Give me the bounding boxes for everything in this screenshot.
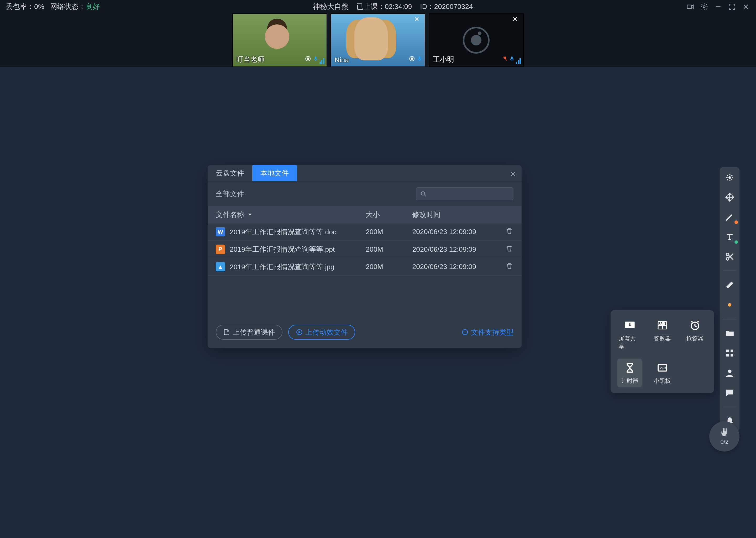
svg-point-6 xyxy=(307,58,309,60)
file-size: 200M xyxy=(366,245,412,253)
signal-icon xyxy=(516,58,521,64)
col-mtime[interactable]: 修改时间 xyxy=(412,210,513,219)
upload-normal-button[interactable]: 上传普通课件 xyxy=(216,325,283,340)
table-row[interactable]: P2019年工作汇报情况查询等等.ppt200M2020/06/23 12:09… xyxy=(208,241,522,258)
buzzer-button[interactable]: 抢答器 xyxy=(683,316,707,353)
svg-rect-0 xyxy=(687,5,692,8)
color-tool[interactable] xyxy=(724,299,735,310)
timer-button[interactable]: 计时器 xyxy=(617,358,642,388)
col-filename[interactable]: 文件名称 xyxy=(216,210,366,219)
quiz-button[interactable]: AB 答题器 xyxy=(650,316,674,353)
svg-rect-10 xyxy=(419,56,420,59)
play-circle-icon xyxy=(296,329,303,336)
tile-close-icon[interactable]: × xyxy=(414,15,422,23)
file-name: 2019年工作汇报情况查询等等.jpg xyxy=(230,262,334,272)
svg-point-28 xyxy=(728,369,731,373)
tab-cloud-files[interactable]: 云盘文件 xyxy=(208,165,252,181)
svg-point-14 xyxy=(421,192,425,195)
svg-rect-7 xyxy=(315,56,316,59)
gear-icon[interactable] xyxy=(700,3,708,11)
file-mtime: 2020/06/23 12:09:09 xyxy=(412,245,502,253)
svg-rect-13 xyxy=(511,56,513,59)
file-name: 2019年工作汇报情况查询等等.doc xyxy=(230,227,336,237)
tools-popover: 屏幕共享 AB 答题器 抢答器 计时器 2+3 小黑板 xyxy=(611,310,714,393)
tab-local-files[interactable]: 本地文件 xyxy=(252,165,297,181)
packet-loss: 丢包率：0% xyxy=(6,2,44,11)
svg-point-20 xyxy=(729,177,731,178)
participant-name: 叮当老师 xyxy=(236,55,264,64)
folder-tool[interactable] xyxy=(724,328,735,339)
video-strip: 叮当老师 × Nina × 王小明 xyxy=(0,13,756,67)
right-toolbar xyxy=(720,167,739,432)
file-mtime: 2020/06/23 12:09:09 xyxy=(412,263,502,271)
video-tile[interactable]: × Nina xyxy=(330,13,425,67)
file-name: 2019年工作汇报情况查询等等.ppt xyxy=(230,244,335,254)
table-row[interactable]: W2019年工作汇报情况查询等等.doc200M2020/06/23 12:09… xyxy=(208,224,522,241)
search-icon xyxy=(420,190,427,197)
sort-icon xyxy=(248,212,252,217)
file-type-icon: P xyxy=(216,244,225,254)
svg-rect-24 xyxy=(726,350,729,352)
move-tool[interactable] xyxy=(724,191,735,203)
video-tile[interactable]: × 王小明 xyxy=(429,13,524,67)
file-type-icon: W xyxy=(216,227,225,237)
participant-name: 王小明 xyxy=(433,55,454,64)
supported-types-link[interactable]: 文件支持类型 xyxy=(461,328,513,337)
apps-tool[interactable] xyxy=(724,347,735,359)
chat-tool[interactable] xyxy=(724,387,735,399)
delete-icon[interactable] xyxy=(502,244,513,254)
elapsed-time: 已上课：02:34:09 xyxy=(356,2,412,11)
people-tool[interactable] xyxy=(724,367,735,379)
info-icon xyxy=(461,329,469,336)
col-size[interactable]: 大小 xyxy=(366,210,412,219)
mic-muted-icon xyxy=(502,55,508,64)
text-tool[interactable] xyxy=(724,231,735,242)
file-type-icon: ▲ xyxy=(216,262,225,271)
table-header: 文件名称 大小 修改时间 xyxy=(208,206,522,223)
svg-point-23 xyxy=(728,303,731,306)
svg-rect-25 xyxy=(731,350,733,352)
file-dialog: 云盘文件 本地文件 × 全部文件 文件名称 大小 修改时间 W2019年工作汇报… xyxy=(208,165,522,348)
raise-hand-button[interactable]: 0/2 xyxy=(709,421,739,452)
mic-icon xyxy=(313,55,318,64)
pen-tool[interactable] xyxy=(724,211,735,223)
class-title: 神秘大自然 xyxy=(313,2,348,11)
scissors-tool[interactable] xyxy=(724,251,735,262)
signal-icon xyxy=(319,58,324,64)
mini-board-button[interactable]: 2+3 小黑板 xyxy=(650,358,674,388)
mic-icon xyxy=(417,55,422,64)
camera-icon xyxy=(408,55,415,64)
svg-rect-27 xyxy=(731,354,733,357)
file-size: 200M xyxy=(366,228,412,236)
top-status-bar: 丢包率：0% 网络状态：良好 神秘大自然 已上课：02:34:09 ID：202… xyxy=(0,0,756,13)
svg-rect-26 xyxy=(726,354,729,357)
delete-icon[interactable] xyxy=(502,227,513,237)
hand-icon xyxy=(719,427,730,438)
hand-count: 0/2 xyxy=(721,438,729,445)
table-row[interactable]: ▲2019年工作汇报情况查询等等.jpg200M2020/06/23 12:09… xyxy=(208,258,522,276)
upload-animated-button[interactable]: 上传动效文件 xyxy=(288,325,355,340)
minimize-icon[interactable] xyxy=(714,3,722,11)
svg-text:A: A xyxy=(660,322,661,325)
svg-line-15 xyxy=(424,195,426,196)
screen-share-button[interactable]: 屏幕共享 xyxy=(617,316,642,353)
search-input[interactable] xyxy=(416,187,513,200)
close-icon[interactable] xyxy=(742,3,750,11)
svg-point-1 xyxy=(703,6,705,8)
file-icon xyxy=(223,329,230,336)
svg-text:B: B xyxy=(663,322,665,325)
svg-point-9 xyxy=(411,58,413,60)
delete-icon[interactable] xyxy=(502,262,513,272)
camera-switch-icon[interactable] xyxy=(686,3,694,11)
participant-name: Nina xyxy=(335,56,349,64)
svg-point-21 xyxy=(726,253,729,256)
mic-icon xyxy=(509,55,515,64)
file-size: 200M xyxy=(366,263,412,271)
laser-pointer-tool[interactable] xyxy=(724,172,735,183)
network-status: 网络状态：良好 xyxy=(50,2,100,11)
video-tile[interactable]: 叮当老师 xyxy=(232,13,327,67)
fullscreen-icon[interactable] xyxy=(728,3,736,11)
dialog-close-icon[interactable]: × xyxy=(510,169,516,180)
all-files-label: 全部文件 xyxy=(216,189,410,198)
eraser-tool[interactable] xyxy=(724,279,735,291)
